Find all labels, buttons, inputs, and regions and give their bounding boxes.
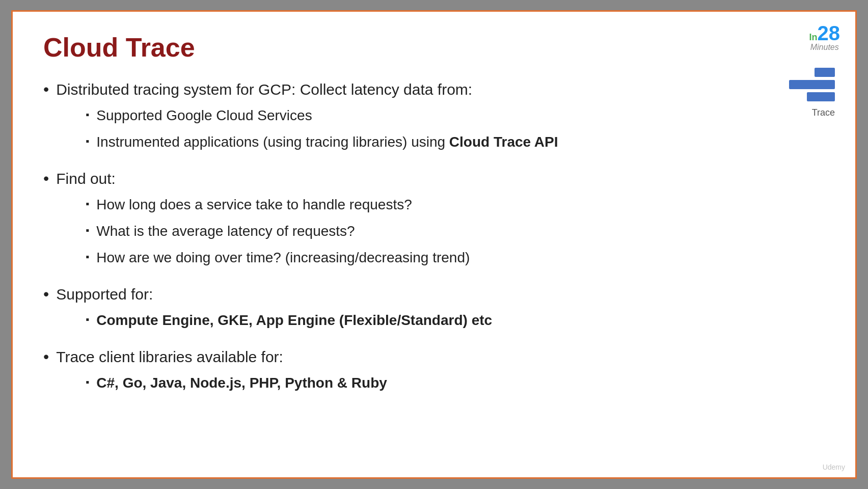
- slide-content: • Distributed tracing system for GCP: Co…: [43, 78, 825, 399]
- sub-text-4-1: C#, Go, Java, Node.js, PHP, Python & Rub…: [96, 372, 387, 394]
- sub-dot-2-3: ▪: [86, 249, 89, 264]
- trace-bar-row-3: [807, 92, 835, 101]
- sub-bullets-2: ▪ How long does a service take to handle…: [86, 194, 470, 268]
- logo-number: 28: [818, 22, 840, 45]
- bullet-supported-for: • Supported for: ▪ Compute Engine, GKE, …: [43, 283, 825, 336]
- sub-dot-1-1: ▪: [86, 107, 89, 122]
- bullet-distributed-tracing: • Distributed tracing system for GCP: Co…: [43, 78, 825, 158]
- sub-text-1-2: Instrumented applications (using tracing…: [96, 131, 558, 153]
- logo-in: In: [809, 32, 818, 43]
- logo-minutes: Minutes: [809, 43, 840, 52]
- sub-bullets-1: ▪ Supported Google Cloud Services ▪ Inst…: [86, 105, 558, 153]
- sub-bullet-avg-latency: ▪ What is the average latency of request…: [86, 221, 470, 242]
- trace-bar-row-2: [789, 80, 835, 89]
- bullet-trace-client: • Trace client libraries available for: …: [43, 345, 825, 399]
- sub-dot-1-2: ▪: [86, 133, 89, 149]
- sub-bullets-3: ▪ Compute Engine, GKE, App Engine (Flexi…: [86, 310, 492, 331]
- bullet-text-4: Trace client libraries available for:: [56, 348, 283, 365]
- slide-title: Cloud Trace: [43, 32, 825, 63]
- trace-bar-1: [815, 68, 835, 77]
- watermark: Udemy: [823, 463, 845, 471]
- trace-bar-3: [807, 92, 835, 101]
- sub-bullet-languages: ▪ C#, Go, Java, Node.js, PHP, Python & R…: [86, 372, 387, 394]
- slide: In 28 Minutes Trace Cloud Trace • Distri…: [11, 10, 857, 479]
- sub-text-3-1: Compute Engine, GKE, App Engine (Flexibl…: [96, 310, 492, 331]
- bullet-text-3: Supported for:: [56, 286, 153, 303]
- sub-dot-3-1: ▪: [86, 312, 89, 327]
- sub-bullet-compute-engine: ▪ Compute Engine, GKE, App Engine (Flexi…: [86, 310, 492, 331]
- trace-bar-row-1: [815, 68, 835, 77]
- bullet-dot-4: •: [43, 344, 49, 369]
- trace-label: Trace: [812, 107, 835, 118]
- sub-text-1-1: Supported Google Cloud Services: [96, 105, 312, 126]
- bullet-text-2: Find out:: [56, 170, 116, 187]
- bullet-find-out: • Find out: ▪ How long does a service ta…: [43, 167, 825, 274]
- bullet-dot-3: •: [43, 282, 49, 306]
- trace-bar-2: [789, 80, 835, 89]
- sub-bullets-4: ▪ C#, Go, Java, Node.js, PHP, Python & R…: [86, 372, 387, 394]
- bullet-dot-1: •: [43, 77, 49, 101]
- bullet-dot-2: •: [43, 166, 49, 191]
- sub-bullet-how-long: ▪ How long does a service take to handle…: [86, 194, 470, 215]
- logo: In 28 Minutes: [809, 22, 840, 52]
- sub-bullet-instrumented: ▪ Instrumented applications (using traci…: [86, 131, 558, 153]
- logo-brand: In 28: [809, 22, 840, 45]
- sub-text-2-3: How are we doing over time? (increasing/…: [96, 247, 470, 268]
- sub-dot-4-1: ▪: [86, 374, 89, 390]
- bullet-text-1: Distributed tracing system for GCP: Coll…: [56, 81, 472, 98]
- sub-text-2-1: How long does a service take to handle r…: [96, 194, 412, 215]
- sub-dot-2-2: ▪: [86, 223, 89, 238]
- sub-text-2-2: What is the average latency of requests?: [96, 221, 355, 242]
- sub-bullet-google-cloud: ▪ Supported Google Cloud Services: [86, 105, 558, 126]
- sub-dot-2-1: ▪: [86, 196, 89, 211]
- sub-bullet-trend: ▪ How are we doing over time? (increasin…: [86, 247, 470, 268]
- trace-diagram: Trace: [789, 68, 835, 118]
